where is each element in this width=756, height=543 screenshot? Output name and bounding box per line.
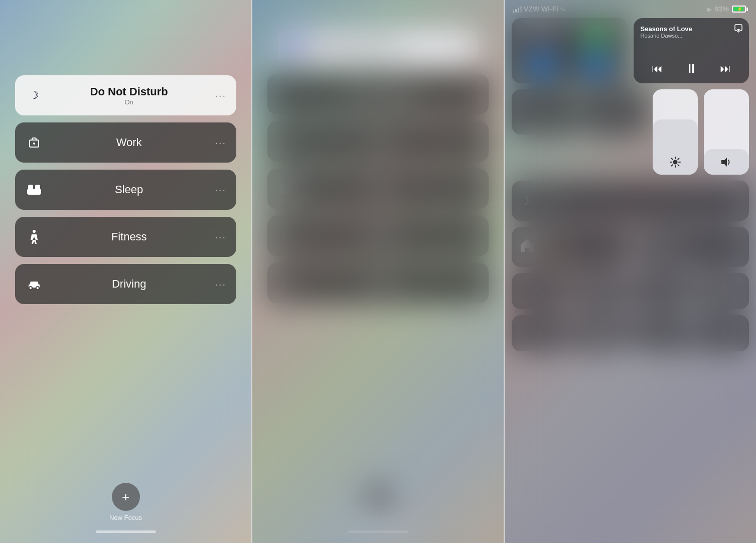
music-play-button[interactable]: ⏸	[685, 61, 698, 76]
work-icon	[25, 133, 43, 152]
svg-point-71	[720, 330, 723, 333]
focus-item-work[interactable]: Work ···	[15, 122, 236, 163]
fitness-icon	[25, 228, 43, 246]
mid-work-dots[interactable]: ···	[467, 136, 479, 148]
signal-bars	[513, 6, 522, 13]
brightness-slider[interactable]	[653, 89, 698, 175]
music-tile[interactable]: Seasons of Love Rosario Dawso... ⏮ ⏸ ⏭	[634, 18, 749, 83]
notification-banner[interactable]: Turned Do Not Disturb off Running your a…	[278, 30, 478, 64]
focus-item-do-not-disturb[interactable]: ☽ Do Not Disturb On ···	[15, 75, 236, 115]
wifi-signal-icon: ∿	[560, 5, 566, 13]
wifi-button[interactable]	[532, 54, 554, 76]
mid-sleep-icon	[277, 180, 295, 198]
home-title: Home	[541, 239, 565, 248]
qr-scanner-tile[interactable]	[572, 315, 627, 351]
svg-line-36	[678, 165, 679, 166]
svg-rect-61	[594, 334, 599, 339]
signal-bar-3	[518, 8, 519, 13]
battery-icon: ⚡	[732, 6, 748, 13]
svg-rect-10	[282, 139, 291, 146]
dnd-dots[interactable]: ···	[215, 90, 226, 101]
connectivity-tile[interactable]	[512, 18, 628, 83]
icon-row-1	[505, 273, 756, 309]
screen-mirror-tile[interactable]	[582, 89, 647, 134]
driving-dots[interactable]: ···	[215, 279, 226, 290]
mid-dnd-dots[interactable]: ···	[467, 89, 479, 100]
signal-bar-4	[520, 6, 522, 13]
svg-rect-3	[28, 185, 33, 190]
mid-work-label: Work	[295, 135, 467, 148]
focus-item-sleep[interactable]: Sleep ···	[15, 170, 236, 210]
status-right: ▶ 93% ⚡	[707, 5, 748, 13]
music-prev-button[interactable]: ⏮	[652, 62, 663, 75]
svg-rect-51	[723, 290, 725, 292]
svg-point-5	[33, 230, 36, 233]
work-label: Work	[43, 136, 215, 149]
mid-fitness-label: Fitness	[295, 229, 467, 242]
camera-tile[interactable]	[572, 273, 627, 309]
svg-rect-55	[717, 295, 719, 296]
focus-tile[interactable]: ☽ Focus	[512, 181, 749, 221]
mid-driving-label: Driving	[295, 277, 467, 290]
svg-point-18	[593, 34, 599, 40]
volume-slider[interactable]	[704, 89, 749, 175]
shazam-tile[interactable]	[512, 315, 566, 351]
new-focus-button[interactable]: + New Focus	[109, 483, 142, 526]
mid-focus-item-driving[interactable]: Driving ···	[267, 263, 489, 303]
svg-rect-47	[716, 285, 726, 297]
appletv-logo: tv	[642, 238, 660, 256]
cellular-button[interactable]	[585, 26, 607, 48]
sleep-label: Sleep	[43, 183, 215, 196]
sleep-dots[interactable]: ···	[215, 184, 226, 196]
flashlight-tile[interactable]	[512, 273, 566, 309]
carrier-label: VZW Wi-Fi	[524, 5, 558, 13]
svg-point-70	[660, 333, 662, 334]
music-next-button[interactable]: ⏭	[720, 62, 731, 75]
airplane-mode-button[interactable]	[532, 26, 554, 48]
fitness-dots[interactable]: ···	[215, 231, 226, 243]
battery-percent-label: 93%	[715, 5, 729, 13]
focus-item-fitness[interactable]: Fitness ···	[15, 217, 236, 257]
svg-point-67	[655, 328, 666, 339]
svg-rect-29	[612, 111, 621, 117]
svg-rect-66	[604, 337, 606, 339]
svg-line-44	[663, 293, 666, 297]
svg-rect-62	[595, 335, 598, 338]
mid-sleep-dots[interactable]: ···	[467, 183, 479, 195]
svg-rect-40	[538, 286, 541, 289]
mid-focus-item-fitness[interactable]: Fitness ···	[267, 216, 489, 256]
mid-focus-item-sleep[interactable]: Sleep ···	[267, 169, 489, 209]
mid-focus-item-dnd[interactable]: ☽ Do Not Disturb ···	[267, 74, 489, 114]
magnifier-tile[interactable]	[634, 273, 688, 309]
home-tile[interactable]: Home Favorites	[512, 227, 628, 267]
signal-bar-1	[513, 11, 514, 13]
appletv-tile[interactable]: tv Living... Apple TV	[634, 227, 749, 267]
svg-point-24	[542, 68, 544, 70]
svg-point-27	[543, 113, 545, 115]
cc-top-row: Seasons of Love Rosario Dawso... ⏮ ⏸ ⏭	[505, 18, 756, 83]
clock-tile[interactable]	[634, 315, 688, 351]
notification-time: now	[459, 37, 470, 44]
hearing-tile[interactable]	[694, 315, 749, 351]
airplay-button[interactable]	[734, 24, 743, 35]
mid-work-icon	[277, 132, 295, 151]
work-dots[interactable]: ···	[215, 137, 226, 149]
dnd-label: Do Not Disturb	[43, 85, 215, 98]
svg-rect-57	[594, 327, 599, 332]
mid-focus-item-work[interactable]: Work ···	[267, 121, 489, 162]
appletv-text: Living... Apple TV	[665, 240, 689, 254]
rotation-lock-tile[interactable]	[512, 89, 576, 134]
new-focus-plus-icon: +	[112, 483, 140, 511]
svg-rect-12	[279, 188, 293, 194]
calculator-tile[interactable]	[694, 273, 749, 309]
mid-fitness-dots[interactable]: ···	[467, 230, 479, 242]
mid-new-focus-button[interactable]: + New Focus	[362, 483, 394, 526]
mid-driving-dots[interactable]: ···	[467, 278, 479, 289]
home-text: Home Favorites	[541, 239, 565, 255]
svg-rect-52	[717, 293, 719, 294]
focus-item-driving[interactable]: Driving ···	[15, 264, 236, 304]
svg-point-30	[673, 160, 678, 165]
bluetooth-button[interactable]	[585, 54, 607, 76]
svg-rect-13	[280, 184, 285, 189]
home-subtitle: Favorites	[541, 248, 565, 255]
